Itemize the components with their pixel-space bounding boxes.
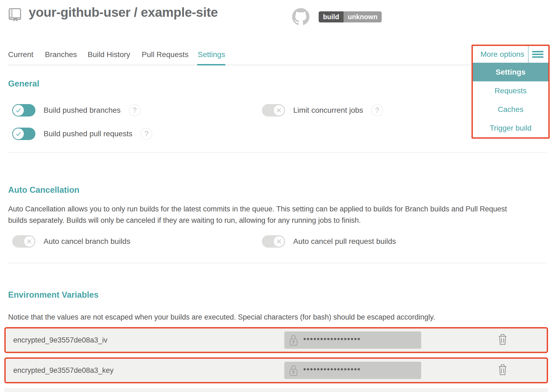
menu-item-settings[interactable]: Settings bbox=[473, 63, 548, 81]
delete-variable-button[interactable] bbox=[498, 334, 507, 346]
toggle-build-pushed-pull-requests[interactable] bbox=[12, 128, 35, 140]
masked-value-dots: ••••••••••••••••• bbox=[303, 334, 361, 344]
github-icon bbox=[292, 8, 309, 26]
setting-label: Auto cancel pull request builds bbox=[293, 237, 396, 246]
menu-item-trigger-build[interactable]: Trigger build bbox=[473, 119, 548, 137]
more-options-header[interactable]: More options bbox=[473, 46, 548, 63]
more-options-dropdown: More options Settings Requests Caches Tr… bbox=[471, 45, 550, 139]
env-variable-masked-value: ••••••••••••••••• bbox=[284, 331, 421, 349]
setting-auto-cancel-pull-request-builds: Auto cancel pull request builds bbox=[262, 235, 396, 248]
toggle-build-pushed-branches[interactable] bbox=[12, 104, 35, 117]
help-icon[interactable]: ? bbox=[140, 128, 152, 140]
toggle-knob-x-icon bbox=[273, 236, 284, 247]
auto-cancellation-description: Auto Cancellation allows you to only run… bbox=[8, 203, 522, 226]
toggle-knob-check-icon bbox=[13, 105, 24, 116]
setting-build-pushed-branches: Build pushed branches ? bbox=[12, 104, 141, 117]
setting-label: Auto cancel branch builds bbox=[44, 237, 130, 246]
header-divider bbox=[528, 46, 529, 63]
help-icon[interactable]: ? bbox=[129, 104, 141, 116]
tab-pull-requests[interactable]: Pull Requests bbox=[142, 50, 189, 59]
travis-settings-page: your-github-user / example-site build un… bbox=[0, 0, 554, 392]
toggle-knob-x-icon bbox=[273, 105, 284, 116]
auto-cancellation-heading: Auto Cancellation bbox=[8, 185, 80, 195]
environment-variables-heading: Environment Variables bbox=[8, 290, 98, 300]
toggle-auto-cancel-branch-builds[interactable] bbox=[12, 235, 35, 248]
env-variable-name: encrypted_9e3557de08a3_key bbox=[13, 366, 114, 375]
toggle-auto-cancel-pull-request-builds[interactable] bbox=[262, 235, 285, 248]
environment-variables-notice: Notice that the values are not escaped w… bbox=[8, 311, 538, 323]
section-divider bbox=[8, 263, 547, 263]
tab-branches[interactable]: Branches bbox=[45, 50, 77, 59]
general-heading: General bbox=[8, 79, 39, 89]
setting-label: Build pushed pull requests bbox=[44, 129, 132, 138]
active-tab-underline bbox=[197, 64, 225, 65]
toggle-knob-x-icon bbox=[24, 236, 35, 247]
section-divider bbox=[8, 152, 547, 153]
env-variable-row: encrypted_9e3557de08a3_key •••••••••••••… bbox=[4, 357, 548, 383]
setting-label: Limit concurrent jobs bbox=[293, 106, 363, 115]
badge-status-label: unknown bbox=[344, 11, 382, 22]
toggle-limit-concurrent-jobs[interactable] bbox=[262, 104, 285, 117]
menu-item-caches[interactable]: Caches bbox=[473, 100, 548, 119]
toggle-knob-check-icon bbox=[13, 128, 24, 139]
tab-current[interactable]: Current bbox=[8, 50, 33, 59]
setting-build-pushed-pull-requests: Build pushed pull requests ? bbox=[12, 128, 152, 140]
repository-book-icon bbox=[7, 7, 23, 24]
delete-variable-button[interactable] bbox=[498, 364, 507, 377]
menu-item-requests[interactable]: Requests bbox=[473, 81, 548, 100]
env-variable-row-partial bbox=[4, 388, 548, 392]
env-variable-name: encrypted_9e3557de08a3_iv bbox=[13, 336, 107, 344]
more-options-label: More options bbox=[480, 50, 524, 59]
hamburger-menu-icon[interactable] bbox=[532, 51, 543, 58]
help-icon[interactable]: ? bbox=[371, 104, 383, 116]
setting-label: Build pushed branches bbox=[44, 106, 121, 115]
page-title: your-github-user / example-site bbox=[29, 5, 218, 20]
trash-icon bbox=[498, 334, 507, 345]
setting-limit-concurrent-jobs: Limit concurrent jobs ? bbox=[262, 104, 383, 117]
lock-icon bbox=[289, 364, 298, 377]
lock-icon bbox=[289, 334, 298, 346]
tabs-underline bbox=[8, 65, 547, 65]
trash-icon bbox=[498, 364, 507, 376]
build-status-badge: build unknown bbox=[319, 11, 382, 22]
masked-value-dots: ••••••••••••••••• bbox=[303, 365, 361, 374]
tab-settings[interactable]: Settings bbox=[198, 50, 225, 59]
setting-auto-cancel-branch-builds: Auto cancel branch builds bbox=[12, 235, 130, 248]
env-variable-row: encrypted_9e3557de08a3_iv ••••••••••••••… bbox=[4, 327, 548, 353]
env-variable-masked-value: ••••••••••••••••• bbox=[284, 362, 421, 379]
badge-build-label: build bbox=[319, 11, 344, 22]
tab-build-history[interactable]: Build History bbox=[88, 50, 130, 59]
